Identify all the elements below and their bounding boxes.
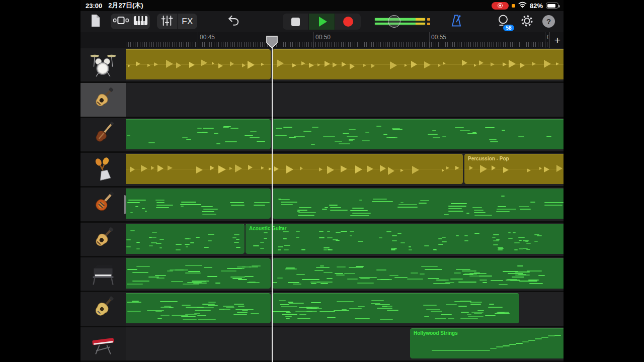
midi-note (297, 211, 300, 212)
midi-note (448, 208, 461, 209)
midi-note (493, 244, 499, 245)
waveform-transient (168, 165, 173, 170)
track-header[interactable] (80, 327, 126, 362)
undo-button[interactable] (225, 14, 242, 29)
instrument-view-button[interactable] (131, 14, 150, 29)
settings-button[interactable] (519, 14, 534, 29)
midi-note (392, 240, 397, 241)
loop-browser-button[interactable]: 58 (496, 14, 511, 29)
file-browser-button[interactable] (89, 14, 103, 29)
screen-recording-indicator[interactable] (492, 2, 509, 10)
track-header[interactable] (80, 153, 126, 188)
waveform-transient (341, 165, 347, 172)
midi-region[interactable] (126, 293, 271, 323)
track-header[interactable] (80, 83, 126, 118)
midi-note (336, 232, 341, 233)
track-lane[interactable] (126, 257, 564, 292)
midi-note (490, 141, 498, 142)
track-lane[interactable] (126, 292, 564, 327)
midi-note (421, 266, 438, 267)
midi-note (221, 270, 237, 272)
midi-note (314, 270, 324, 271)
help-button[interactable]: ? (542, 15, 555, 28)
audio-region[interactable]: Percussion - Pop (464, 154, 564, 184)
waveform-transient (527, 168, 531, 172)
midi-note (350, 235, 353, 236)
midi-note (379, 237, 382, 238)
record-button[interactable] (335, 14, 361, 30)
track-lane[interactable]: Percussion - Pop (126, 153, 564, 188)
track-lane[interactable] (126, 118, 564, 153)
midi-note (389, 275, 398, 276)
tracks-view-button[interactable] (111, 14, 131, 29)
waveform-transient (556, 165, 562, 172)
midi-note (460, 301, 471, 302)
volume-knob[interactable] (388, 15, 400, 28)
midi-note (330, 210, 347, 211)
audio-region[interactable] (126, 154, 463, 184)
midi-note (216, 143, 220, 144)
midi-region[interactable] (272, 258, 564, 289)
midi-note (515, 275, 530, 276)
midi-note (407, 279, 423, 280)
midi-region[interactable] (126, 224, 245, 254)
track-lane[interactable]: Hollywood Strings (126, 327, 564, 362)
midi-note (232, 237, 236, 238)
midi-note (232, 278, 242, 279)
midi-region[interactable] (126, 258, 271, 289)
midi-note (127, 269, 138, 270)
midi-region[interactable]: Acoustic Guitar (246, 224, 564, 254)
add-section-button[interactable]: + (551, 32, 564, 48)
midi-note (278, 199, 281, 200)
track-lane[interactable] (126, 188, 564, 222)
vertical-scrollbar[interactable] (124, 195, 126, 214)
midi-note (192, 281, 206, 282)
waveform-transient (151, 166, 154, 170)
midi-note (286, 312, 291, 313)
midi-region[interactable]: Hollywood Strings (410, 328, 564, 358)
midi-note (202, 304, 215, 305)
midi-note (323, 136, 335, 137)
midi-region[interactable] (272, 293, 519, 323)
waveform-transient (218, 165, 226, 173)
track-header[interactable] (80, 188, 126, 222)
track-lane[interactable] (126, 83, 564, 118)
midi-note (223, 309, 231, 310)
mixer-button[interactable] (157, 14, 177, 29)
track-lane[interactable] (126, 48, 564, 83)
track-header[interactable] (80, 48, 126, 83)
midi-note (467, 314, 471, 315)
midi-note (428, 278, 439, 279)
fx-button[interactable]: FX (177, 14, 197, 29)
time-ruler[interactable]: 00:4500:5000:5501:00 + (80, 32, 564, 48)
midi-region[interactable] (272, 189, 564, 219)
midi-note (479, 280, 487, 281)
audio-region[interactable] (272, 49, 564, 79)
midi-note (296, 231, 300, 232)
strings-keyboard-icon (89, 330, 117, 358)
midi-region[interactable] (272, 119, 564, 149)
toolbar: FX (80, 11, 564, 32)
master-volume-slider[interactable] (375, 18, 431, 26)
metronome-button[interactable] (449, 14, 464, 29)
play-button[interactable] (308, 14, 335, 30)
midi-region[interactable] (126, 189, 271, 219)
playhead-handle[interactable] (266, 36, 278, 50)
midi-note (303, 131, 311, 132)
audio-region[interactable] (126, 49, 271, 79)
midi-note (135, 206, 139, 207)
midi-region[interactable] (126, 119, 271, 149)
midi-note (155, 275, 166, 276)
track-header[interactable] (80, 223, 126, 257)
midi-note (203, 128, 213, 129)
track-header[interactable] (80, 292, 126, 327)
track-header[interactable] (80, 118, 126, 153)
midi-note (320, 283, 328, 284)
track-header[interactable] (80, 257, 126, 292)
track-lane[interactable]: Acoustic Guitar (126, 223, 564, 257)
midi-note (448, 318, 454, 319)
midi-note (349, 267, 363, 268)
midi-note (160, 315, 170, 316)
stop-button[interactable] (283, 14, 308, 30)
waveform-transient (532, 62, 536, 66)
